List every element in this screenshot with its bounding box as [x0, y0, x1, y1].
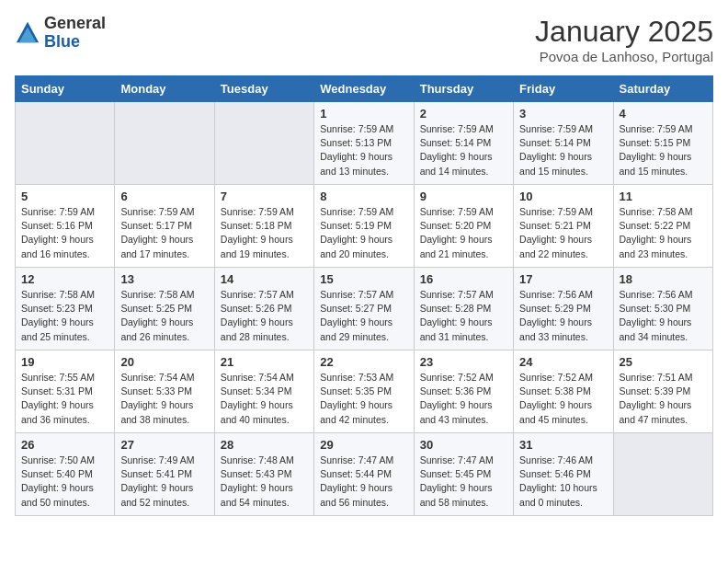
- calendar-cell: 31Sunrise: 7:46 AM Sunset: 5:46 PM Dayli…: [514, 433, 613, 516]
- logo-blue-text: Blue: [44, 32, 80, 51]
- calendar-cell: 19Sunrise: 7:55 AM Sunset: 5:31 PM Dayli…: [16, 350, 115, 433]
- day-info: Sunrise: 7:47 AM Sunset: 5:45 PM Dayligh…: [420, 454, 507, 510]
- day-info: Sunrise: 7:51 AM Sunset: 5:39 PM Dayligh…: [620, 371, 707, 427]
- calendar-cell: [214, 102, 313, 185]
- calendar-cell: 21Sunrise: 7:54 AM Sunset: 5:34 PM Dayli…: [214, 350, 313, 433]
- day-number: 9: [420, 190, 507, 203]
- day-number: 2: [420, 107, 507, 121]
- weekday-header-sunday: Sunday: [16, 76, 115, 102]
- day-info: Sunrise: 7:59 AM Sunset: 5:19 PM Dayligh…: [320, 205, 407, 261]
- weekday-header-wednesday: Wednesday: [314, 76, 414, 102]
- day-number: 30: [420, 438, 507, 452]
- calendar-week-2: 5Sunrise: 7:59 AM Sunset: 5:16 PM Daylig…: [16, 185, 713, 268]
- day-number: 19: [21, 355, 108, 369]
- calendar-cell: 9Sunrise: 7:59 AM Sunset: 5:20 PM Daylig…: [414, 185, 513, 268]
- day-number: 7: [221, 190, 308, 203]
- day-info: Sunrise: 7:58 AM Sunset: 5:25 PM Dayligh…: [120, 288, 208, 344]
- calendar-cell: 20Sunrise: 7:54 AM Sunset: 5:33 PM Dayli…: [115, 350, 214, 433]
- day-number: 25: [620, 355, 707, 369]
- day-number: 22: [320, 355, 407, 369]
- calendar-cell: 13Sunrise: 7:58 AM Sunset: 5:25 PM Dayli…: [115, 268, 214, 350]
- day-info: Sunrise: 7:59 AM Sunset: 5:20 PM Dayligh…: [420, 205, 507, 261]
- month-title: January 2025: [535, 15, 713, 49]
- logo-general-text: General: [44, 14, 106, 32]
- day-info: Sunrise: 7:46 AM Sunset: 5:46 PM Dayligh…: [519, 454, 607, 510]
- day-info: Sunrise: 7:57 AM Sunset: 5:28 PM Dayligh…: [420, 288, 507, 344]
- day-info: Sunrise: 7:59 AM Sunset: 5:18 PM Dayligh…: [221, 205, 308, 261]
- calendar-week-1: 1Sunrise: 7:59 AM Sunset: 5:13 PM Daylig…: [16, 102, 713, 185]
- calendar-cell: [16, 102, 115, 185]
- calendar-cell: 27Sunrise: 7:49 AM Sunset: 5:41 PM Dayli…: [115, 433, 214, 516]
- calendar-cell: 26Sunrise: 7:50 AM Sunset: 5:40 PM Dayli…: [16, 433, 115, 516]
- day-info: Sunrise: 7:57 AM Sunset: 5:26 PM Dayligh…: [221, 288, 308, 344]
- day-number: 3: [519, 107, 607, 121]
- logo-icon: [15, 20, 40, 46]
- calendar-cell: 6Sunrise: 7:59 AM Sunset: 5:17 PM Daylig…: [115, 185, 214, 268]
- calendar-cell: 4Sunrise: 7:59 AM Sunset: 5:15 PM Daylig…: [613, 102, 712, 185]
- calendar-cell: 30Sunrise: 7:47 AM Sunset: 5:45 PM Dayli…: [414, 433, 513, 516]
- day-info: Sunrise: 7:57 AM Sunset: 5:27 PM Dayligh…: [320, 288, 407, 344]
- calendar-cell: 11Sunrise: 7:58 AM Sunset: 5:22 PM Dayli…: [613, 185, 712, 268]
- calendar-header: SundayMondayTuesdayWednesdayThursdayFrid…: [16, 76, 713, 102]
- day-info: Sunrise: 7:59 AM Sunset: 5:15 PM Dayligh…: [620, 122, 707, 178]
- day-info: Sunrise: 7:56 AM Sunset: 5:29 PM Dayligh…: [519, 288, 607, 344]
- day-number: 18: [620, 272, 707, 286]
- calendar-cell: 1Sunrise: 7:59 AM Sunset: 5:13 PM Daylig…: [314, 102, 414, 185]
- calendar-cell: 18Sunrise: 7:56 AM Sunset: 5:30 PM Dayli…: [613, 268, 712, 350]
- day-number: 27: [120, 438, 208, 452]
- day-info: Sunrise: 7:54 AM Sunset: 5:34 PM Dayligh…: [221, 371, 308, 427]
- calendar-cell: 12Sunrise: 7:58 AM Sunset: 5:23 PM Dayli…: [16, 268, 115, 350]
- day-info: Sunrise: 7:49 AM Sunset: 5:41 PM Dayligh…: [120, 454, 208, 510]
- day-info: Sunrise: 7:52 AM Sunset: 5:38 PM Dayligh…: [519, 371, 607, 427]
- day-number: 8: [320, 190, 407, 203]
- day-number: 16: [420, 272, 507, 286]
- calendar-body: 1Sunrise: 7:59 AM Sunset: 5:13 PM Daylig…: [16, 102, 713, 516]
- day-info: Sunrise: 7:59 AM Sunset: 5:13 PM Dayligh…: [320, 122, 407, 178]
- weekday-header-thursday: Thursday: [414, 76, 513, 102]
- calendar-cell: 24Sunrise: 7:52 AM Sunset: 5:38 PM Dayli…: [514, 350, 613, 433]
- calendar-week-3: 12Sunrise: 7:58 AM Sunset: 5:23 PM Dayli…: [16, 268, 713, 350]
- calendar-cell: 29Sunrise: 7:47 AM Sunset: 5:44 PM Dayli…: [314, 433, 414, 516]
- calendar-week-5: 26Sunrise: 7:50 AM Sunset: 5:40 PM Dayli…: [16, 433, 713, 516]
- calendar-cell: 17Sunrise: 7:56 AM Sunset: 5:29 PM Dayli…: [514, 268, 613, 350]
- logo: General Blue: [15, 15, 106, 52]
- calendar-cell: 10Sunrise: 7:59 AM Sunset: 5:21 PM Dayli…: [514, 185, 613, 268]
- day-info: Sunrise: 7:48 AM Sunset: 5:43 PM Dayligh…: [221, 454, 308, 510]
- day-number: 5: [21, 190, 108, 203]
- day-info: Sunrise: 7:55 AM Sunset: 5:31 PM Dayligh…: [21, 371, 108, 427]
- weekday-header-friday: Friday: [514, 76, 613, 102]
- calendar-cell: 16Sunrise: 7:57 AM Sunset: 5:28 PM Dayli…: [414, 268, 513, 350]
- day-number: 20: [120, 355, 208, 369]
- day-info: Sunrise: 7:52 AM Sunset: 5:36 PM Dayligh…: [420, 371, 507, 427]
- day-info: Sunrise: 7:53 AM Sunset: 5:35 PM Dayligh…: [320, 371, 407, 427]
- day-info: Sunrise: 7:58 AM Sunset: 5:22 PM Dayligh…: [620, 205, 707, 261]
- title-block: January 2025 Povoa de Lanhoso, Portugal: [535, 15, 713, 64]
- day-number: 26: [21, 438, 108, 452]
- day-info: Sunrise: 7:47 AM Sunset: 5:44 PM Dayligh…: [320, 454, 407, 510]
- day-number: 13: [120, 272, 208, 286]
- weekday-header-row: SundayMondayTuesdayWednesdayThursdayFrid…: [16, 76, 713, 102]
- day-info: Sunrise: 7:59 AM Sunset: 5:16 PM Dayligh…: [21, 205, 108, 261]
- day-number: 10: [519, 190, 607, 203]
- page-header: General Blue January 2025 Povoa de Lanho…: [15, 15, 713, 64]
- day-info: Sunrise: 7:59 AM Sunset: 5:21 PM Dayligh…: [519, 205, 607, 261]
- day-number: 14: [221, 272, 308, 286]
- calendar-cell: 28Sunrise: 7:48 AM Sunset: 5:43 PM Dayli…: [214, 433, 313, 516]
- day-info: Sunrise: 7:59 AM Sunset: 5:14 PM Dayligh…: [519, 122, 607, 178]
- calendar-cell: 7Sunrise: 7:59 AM Sunset: 5:18 PM Daylig…: [214, 185, 313, 268]
- day-number: 21: [221, 355, 308, 369]
- day-number: 17: [519, 272, 607, 286]
- day-info: Sunrise: 7:59 AM Sunset: 5:14 PM Dayligh…: [420, 122, 507, 178]
- weekday-header-saturday: Saturday: [613, 76, 712, 102]
- day-info: Sunrise: 7:58 AM Sunset: 5:23 PM Dayligh…: [21, 288, 108, 344]
- day-number: 12: [21, 272, 108, 286]
- calendar-table: SundayMondayTuesdayWednesdayThursdayFrid…: [15, 75, 713, 516]
- calendar-cell: 15Sunrise: 7:57 AM Sunset: 5:27 PM Dayli…: [314, 268, 414, 350]
- weekday-header-tuesday: Tuesday: [214, 76, 313, 102]
- weekday-header-monday: Monday: [115, 76, 214, 102]
- calendar-week-4: 19Sunrise: 7:55 AM Sunset: 5:31 PM Dayli…: [16, 350, 713, 433]
- calendar-cell: [115, 102, 214, 185]
- location-subtitle: Povoa de Lanhoso, Portugal: [535, 49, 713, 64]
- day-number: 23: [420, 355, 507, 369]
- calendar-cell: 25Sunrise: 7:51 AM Sunset: 5:39 PM Dayli…: [613, 350, 712, 433]
